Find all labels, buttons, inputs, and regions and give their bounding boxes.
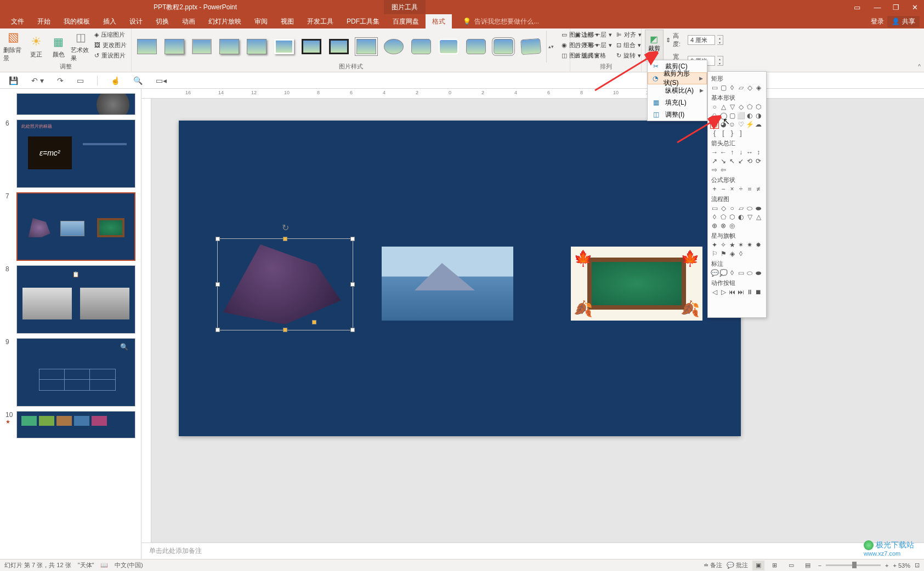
slide-thumb-7[interactable] bbox=[16, 192, 135, 261]
share-button[interactable]: 👤 共享 bbox=[887, 16, 920, 27]
slide-thumb-6[interactable]: 此处照片的标题 ε=mc² bbox=[16, 119, 135, 188]
align-button[interactable]: ⊫对齐 ▾ bbox=[615, 30, 643, 39]
tab-view[interactable]: 视图 bbox=[274, 14, 301, 28]
artistic-icon: ◫ bbox=[76, 31, 86, 44]
compress-picture-button[interactable]: ◈压缩图片 bbox=[93, 30, 128, 39]
gallery-more-button[interactable]: ▴▾ bbox=[546, 31, 555, 62]
chalkboard-picture[interactable]: 🍁 🍁 🍂 🍂 bbox=[571, 247, 702, 321]
tab-animations[interactable]: 动画 bbox=[175, 14, 202, 28]
zoom-icon[interactable]: 🔍 bbox=[133, 76, 143, 85]
picture-styles-gallery[interactable]: ▴▾ bbox=[135, 30, 555, 61]
height-input[interactable]: 4 厘米 bbox=[688, 35, 715, 45]
slide-canvas[interactable]: ↻ bbox=[179, 121, 741, 436]
slide-canvas-area[interactable]: ↻ bbox=[151, 99, 924, 543]
crop-button[interactable]: ◩ 裁剪 ▾ bbox=[645, 30, 664, 61]
notes-toggle[interactable]: ≐ 备注 bbox=[704, 561, 722, 569]
pic-style-1[interactable] bbox=[135, 36, 159, 58]
login-link[interactable]: 登录 bbox=[871, 17, 884, 26]
pic-style-11[interactable] bbox=[409, 36, 433, 58]
close-button[interactable]: ✕ bbox=[905, 0, 924, 14]
fit-icon: ◫ bbox=[651, 111, 661, 118]
tab-transitions[interactable]: 切换 bbox=[149, 14, 175, 28]
shape-rect[interactable]: ▭ bbox=[710, 83, 719, 92]
tab-review[interactable]: 审阅 bbox=[248, 14, 274, 28]
slideshow-view-icon[interactable]: ▤ bbox=[802, 561, 814, 570]
remove-background-button[interactable]: ▧ 删除背景 bbox=[3, 30, 24, 62]
tab-templates[interactable]: 我的模板 bbox=[57, 14, 97, 28]
pic-style-6[interactable] bbox=[272, 36, 296, 58]
collapse-ribbon-icon[interactable]: ^ bbox=[918, 64, 921, 70]
zoom-in-button[interactable]: + bbox=[885, 562, 888, 569]
slide-thumb-9[interactable]: 🔍 bbox=[16, 338, 135, 407]
reset-picture-button[interactable]: ↺重设图片 bbox=[93, 50, 128, 60]
tab-design[interactable]: 设计 bbox=[123, 14, 149, 28]
selection-pane-button[interactable]: ⊞选择窗格 bbox=[574, 50, 613, 60]
group-button[interactable]: ⊡组合 ▾ bbox=[615, 40, 643, 50]
height-spinner[interactable]: ▴▾ bbox=[717, 35, 723, 45]
pic-style-8[interactable] bbox=[327, 36, 351, 58]
pic-style-5[interactable] bbox=[245, 36, 269, 58]
pic-style-10[interactable] bbox=[382, 36, 406, 58]
crop-icon: ◩ bbox=[650, 34, 658, 44]
comments-toggle[interactable]: 💬 批注 bbox=[727, 561, 748, 569]
pic-style-14[interactable] bbox=[491, 36, 515, 58]
pic-style-4[interactable] bbox=[217, 36, 241, 58]
pic-style-3[interactable] bbox=[190, 36, 214, 58]
shape-rounded-rect[interactable]: ▢ bbox=[719, 83, 728, 92]
notes-pane[interactable]: 单击此处添加备注 bbox=[141, 543, 924, 559]
zoom-out-button[interactable]: − bbox=[818, 562, 821, 569]
start-from-beginning-button[interactable]: ▭ bbox=[77, 76, 84, 85]
tab-pdf[interactable]: PDF工具集 bbox=[340, 14, 386, 28]
language-indicator[interactable]: 中文(中国) bbox=[115, 561, 143, 569]
pic-style-7[interactable] bbox=[299, 36, 324, 58]
pic-style-2[interactable] bbox=[162, 36, 186, 58]
width-spinner[interactable]: ▴▾ bbox=[717, 56, 723, 66]
tell-me-search[interactable]: 💡 告诉我您想要做什么... bbox=[463, 17, 539, 26]
minimize-button[interactable]: — bbox=[868, 0, 887, 14]
touch-mode-icon[interactable]: ☝ bbox=[111, 76, 120, 85]
slide-thumb-10[interactable] bbox=[16, 411, 135, 438]
tab-developer[interactable]: 开发工具 bbox=[301, 14, 340, 28]
change-picture-button[interactable]: 🖼更改图片 bbox=[93, 40, 128, 50]
pic-style-15[interactable] bbox=[519, 36, 543, 58]
tab-insert[interactable]: 插入 bbox=[97, 14, 123, 28]
slide-thumb-5[interactable] bbox=[16, 93, 135, 115]
corrections-button[interactable]: ☀ 更正 bbox=[26, 30, 46, 62]
bring-forward-button[interactable]: ▣上移一层 ▾ bbox=[574, 30, 613, 39]
tab-file[interactable]: 文件 bbox=[4, 14, 31, 28]
normal-view-icon[interactable]: ▣ bbox=[752, 561, 764, 570]
slide-thumb-8[interactable]: 📋 bbox=[16, 265, 135, 334]
pic-style-13[interactable] bbox=[464, 36, 488, 58]
menu-crop-to-shape[interactable]: ◔裁剪为形状(S)▶ bbox=[648, 72, 707, 84]
zoom-level[interactable]: + 53% bbox=[893, 562, 911, 569]
slide-number-7: 7 bbox=[5, 192, 13, 261]
zoom-slider[interactable] bbox=[826, 564, 881, 566]
menu-fill[interactable]: ▦填充(L) bbox=[648, 96, 707, 109]
redo-button[interactable]: ↷ bbox=[57, 76, 64, 85]
rotate-handle-icon[interactable]: ↻ bbox=[282, 222, 289, 233]
artistic-effects-button[interactable]: ◫ 艺术效果 bbox=[71, 30, 91, 62]
spellcheck-icon[interactable]: 📖 bbox=[100, 562, 108, 569]
color-button[interactable]: ▦ 颜色 bbox=[48, 30, 69, 62]
menu-fit[interactable]: ◫调整(I) bbox=[648, 109, 707, 121]
sorter-view-icon[interactable]: ⊞ bbox=[769, 561, 781, 570]
ribbon-display-options-icon[interactable]: ▭ bbox=[846, 0, 868, 14]
restore-button[interactable]: ❐ bbox=[887, 0, 905, 14]
pic-style-12[interactable] bbox=[437, 36, 461, 58]
selected-picture[interactable]: ↻ bbox=[217, 238, 353, 330]
macros-icon[interactable]: ▭◂ bbox=[156, 76, 167, 85]
group-label-adjust: 调整 bbox=[3, 62, 128, 72]
menu-aspect-ratio[interactable]: 纵横比(A)▶ bbox=[648, 84, 707, 96]
slide-thumbnails-panel[interactable]: 6 此处照片的标题 ε=mc² 7 8 📋 bbox=[0, 89, 141, 559]
undo-button[interactable]: ↶ ▾ bbox=[31, 76, 44, 85]
reading-view-icon[interactable]: ▭ bbox=[785, 561, 797, 570]
pic-style-9[interactable] bbox=[354, 36, 378, 58]
rotate-button[interactable]: ↻旋转 ▾ bbox=[615, 50, 643, 60]
save-icon[interactable]: 💾 bbox=[9, 76, 18, 85]
tab-home[interactable]: 开始 bbox=[31, 14, 57, 28]
send-backward-button[interactable]: ▢下移一层 ▾ bbox=[574, 40, 613, 50]
tab-slideshow[interactable]: 幻灯片放映 bbox=[202, 14, 248, 28]
tab-baidu[interactable]: 百度网盘 bbox=[386, 14, 426, 28]
tab-format[interactable]: 格式 bbox=[426, 14, 452, 28]
fit-to-window-icon[interactable]: ⊡ bbox=[915, 562, 920, 569]
